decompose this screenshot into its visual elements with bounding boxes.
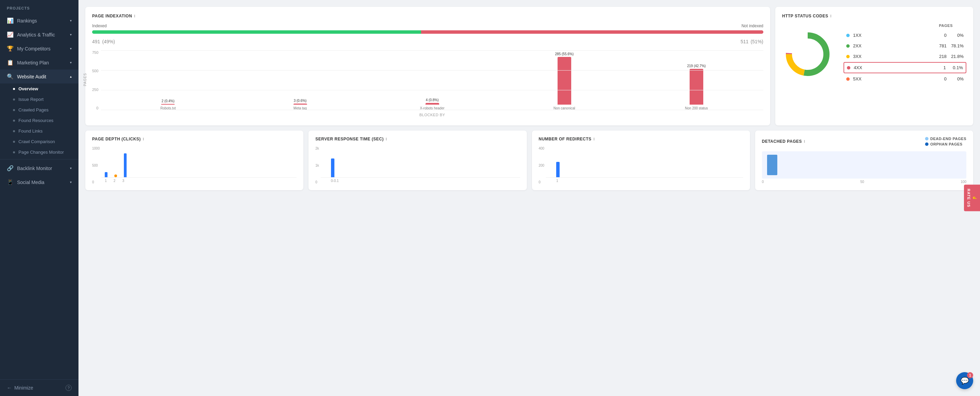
http-row-3xx[interactable]: 3XX 218 21.8% [843, 51, 966, 61]
http-row-1xx[interactable]: 1XX 0 0% [843, 30, 966, 40]
page-depth-chart: 1000 500 0 [92, 147, 296, 184]
redirects-chart: 400 200 0 1 [539, 147, 743, 184]
rate-us-button[interactable]: ☝ RATE US [964, 185, 980, 211]
redirects-title: NUMBER OF REDIRECTS i [539, 137, 743, 141]
server-response-x-labels: 0-0.1 [321, 177, 520, 184]
top-cards-row: PAGE INDEXATION i Indexed Not indexed 49… [85, 7, 973, 125]
detached-info-icon[interactable]: i [804, 139, 805, 144]
social-chevron: ▾ [70, 180, 72, 184]
detached-x-labels: 050100 [762, 180, 966, 184]
indexation-progress-bar [92, 30, 763, 34]
legend-orphan: ORPHAN PAGES [925, 142, 966, 146]
sidebar-item-social[interactable]: 📱 Social Media ▾ [0, 175, 78, 189]
rankings-chevron: ▾ [70, 19, 72, 22]
http-row-5xx[interactable]: 5XX 0 0% [843, 74, 966, 84]
server-response-card: SERVER RESPONSE TIME (SEC) i 2k 1k 0 [309, 130, 527, 190]
server-response-info-icon[interactable]: i [386, 137, 387, 141]
crawl-comparison-label: Crawl Comparison [18, 139, 55, 144]
sidebar-divider-1 [0, 159, 78, 160]
bar-chart-wrapper: 750 500 250 0 2 (0 [92, 51, 763, 119]
minimize-arrow-icon: ← [7, 385, 11, 391]
grid-lines [101, 51, 763, 110]
found-resources-label: Found Resources [18, 118, 54, 123]
found-resources-dot [13, 120, 15, 122]
server-bar [331, 158, 334, 177]
page-depth-title: PAGE DEPTH (CLICKS) i [92, 137, 296, 141]
http-row-4xx[interactable]: 4XX 1 0.1% [843, 62, 966, 73]
detached-chart-area [762, 151, 966, 179]
indexation-info-icon[interactable]: i [134, 14, 135, 18]
indexed-count: 491 (49%) [92, 36, 115, 45]
depth-bar-3 [124, 154, 127, 177]
grid-line-4 [101, 110, 763, 110]
x-axis-label: BLOCKED BY [101, 113, 763, 117]
http-row-2xx[interactable]: 2XX 781 78.1% [843, 41, 966, 51]
not-indexed-bar-segment [421, 30, 763, 34]
y-axis-label: PAGES [83, 73, 87, 86]
sidebar-sub-page-changes[interactable]: Page Changes Monitor [0, 147, 78, 157]
sidebar-marketing-label: Marketing Plan [17, 60, 49, 65]
sidebar-projects-label: PROJECTS [0, 0, 78, 14]
redirects-y-axis: 400 200 0 [539, 147, 545, 184]
redirects-bars-area [546, 147, 743, 177]
main-content: PAGE INDEXATION i Indexed Not indexed 49… [78, 0, 980, 396]
indexation-counts: 491 (49%) 511 (51%) [92, 36, 763, 45]
http-status-title: HTTP STATUS CODES i [782, 14, 966, 18]
backlink-chevron: ▾ [70, 166, 72, 170]
indexed-label: Indexed [92, 24, 107, 28]
rankings-icon: 📊 [7, 17, 14, 24]
redirects-info-icon[interactable]: i [593, 137, 595, 141]
dot-1xx [846, 34, 850, 37]
grid-line-3 [101, 90, 763, 90]
sidebar-sub-issue-report[interactable]: Issue Report [0, 94, 78, 105]
detached-legend: DEAD-END PAGES ORPHAN PAGES [925, 137, 966, 146]
donut-chart [782, 29, 833, 80]
bar-chart-inner: 2 (0.4%) Robots.txt 3 (0.6%) Meta tag 4 … [101, 51, 763, 119]
minimize-help-icon[interactable]: ? [65, 385, 72, 391]
marketing-chevron: ▾ [70, 61, 72, 64]
backlink-icon: 🔗 [7, 165, 14, 171]
detached-pages-card: DETACHED PAGES i DEAD-END PAGES ORPHAN P… [755, 130, 973, 190]
crawled-pages-label: Crawled Pages [18, 107, 48, 112]
sidebar-minimize[interactable]: ← Minimize ? [0, 379, 78, 396]
redirect-bar [556, 162, 560, 177]
crawl-comparison-dot [13, 141, 15, 143]
sidebar-item-competitors[interactable]: 🏆 My Competitors ▾ [0, 41, 78, 55]
sidebar-item-website-audit[interactable]: 🔍 Website Audit ▴ [0, 70, 78, 84]
dot-2xx [846, 44, 850, 48]
competitors-icon: 🏆 [7, 45, 14, 52]
issue-report-dot [13, 98, 15, 101]
redirects-x-labels: 1 [546, 177, 743, 184]
sidebar-backlink-label: Backlink Monitor [17, 166, 52, 171]
analytics-icon: 📈 [7, 31, 14, 38]
redirects-card: NUMBER OF REDIRECTS i 400 200 0 1 [532, 130, 750, 190]
server-response-bars-area [321, 147, 520, 177]
social-icon: 📱 [7, 179, 14, 185]
dot-5xx [846, 78, 850, 81]
dead-end-bar [767, 155, 777, 175]
website-audit-chevron: ▴ [70, 74, 72, 78]
minimize-label: Minimize [14, 385, 33, 391]
page-depth-info-icon[interactable]: i [143, 137, 144, 141]
chat-button[interactable]: 💬 1 [956, 372, 973, 389]
sidebar-sub-found-links[interactable]: Found Links [0, 126, 78, 136]
competitors-chevron: ▾ [70, 47, 72, 51]
grid-line-1 [101, 51, 763, 51]
sidebar-item-backlink[interactable]: 🔗 Backlink Monitor ▾ [0, 161, 78, 175]
sidebar-sub-crawled-pages[interactable]: Crawled Pages [0, 105, 78, 115]
sidebar-sub-found-resources[interactable]: Found Resources [0, 115, 78, 126]
sidebar: PROJECTS 📊 Rankings ▾ 📈 Analytics & Traf… [0, 0, 78, 396]
sidebar-sub-overview[interactable]: Overview [0, 84, 78, 94]
server-response-y-axis: 2k 1k 0 [315, 147, 319, 184]
sidebar-item-analytics[interactable]: 📈 Analytics & Traffic ▾ [0, 28, 78, 41]
page-changes-dot [13, 151, 15, 154]
marketing-icon: 📋 [7, 59, 14, 66]
depth-bar-2 [114, 174, 117, 177]
sidebar-sub-crawl-comparison[interactable]: Crawl Comparison [0, 136, 78, 147]
y-axis-labels: 750 500 250 0 [92, 51, 98, 119]
issue-report-label: Issue Report [18, 97, 44, 102]
sidebar-item-marketing[interactable]: 📋 Marketing Plan ▾ [0, 55, 78, 70]
http-info-icon[interactable]: i [830, 14, 832, 18]
sidebar-competitors-label: My Competitors [17, 46, 51, 51]
sidebar-item-rankings[interactable]: 📊 Rankings ▾ [0, 14, 78, 28]
